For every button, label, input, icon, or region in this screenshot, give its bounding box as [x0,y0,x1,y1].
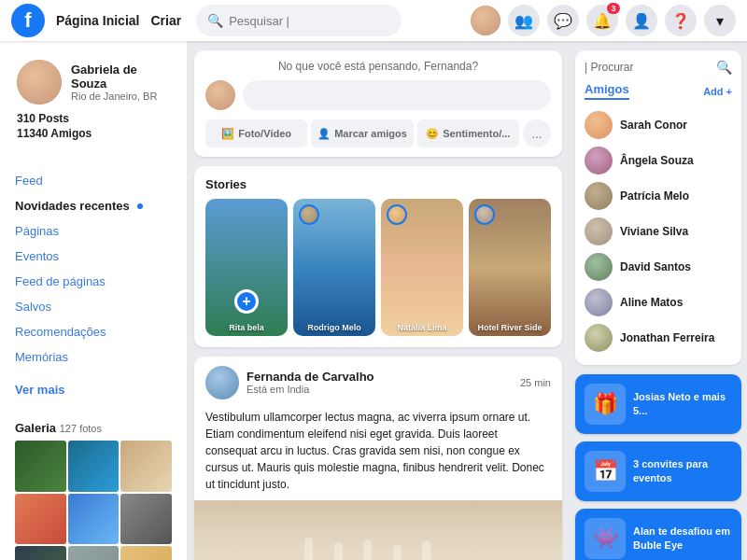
story-card-1[interactable]: Rodrigo Melo [293,199,375,336]
sidebar-item-feed-paginas[interactable]: Feed de páginas [7,269,179,294]
post-header: Fernanda de Carvalho Está em India 25 mi… [194,357,562,409]
menu-arrow-btn[interactable]: ▾ [704,5,736,36]
stories-section: Stories + Rita bela Rodrigo Melo Natália… [194,166,562,347]
friend-name: Sarah Conor [620,119,687,132]
story-label: Rodrigo Melo [293,323,375,332]
gallery-count: 127 fotos [60,423,102,434]
gallery-item[interactable] [120,441,172,492]
messenger-icon: 💬 [554,12,572,30]
notification-badge: 3 [607,3,620,14]
gallery-section: Galeria 127 fotos [7,412,179,560]
gallery-item[interactable] [68,546,120,560]
nav-left: f Página Inicial Criar [11,4,181,37]
stories-title: Stories [205,177,551,191]
friend-item[interactable]: David Santos [585,249,732,285]
story-label: Hotel River Side [469,323,551,332]
profile-name: Gabriela de Souza [71,63,170,91]
friend-item[interactable]: Sarah Conor [585,107,732,143]
nav-create-link[interactable]: Criar [150,13,181,28]
friend-item[interactable]: Ângela Souza [585,143,732,178]
post-composer: No que você está pensando, Fernanda? 🖼️ … [194,50,562,157]
gallery-item[interactable] [120,546,172,560]
sidebar-item-memorias[interactable]: Memórias [7,344,179,370]
add-story-btn[interactable]: + [234,289,259,314]
gallery-grid [15,441,172,560]
post-count: 310 Posts [17,112,170,125]
help-icon: ❓ [671,12,690,30]
friends-icon-btn[interactable]: 👥 [508,5,540,36]
search-input[interactable] [229,14,390,28]
promo-text-game: Alan te desafiou em Buble Eye [633,525,732,553]
messenger-icon-btn[interactable]: 💬 [547,5,579,36]
story-card-3[interactable]: Hotel River Side [469,199,551,336]
post-author-name: Fernanda de Carvalho [247,370,374,384]
left-sidebar: Gabriela de Souza Rio de Janeiro, BR 310… [0,41,187,560]
promo-text-events: 3 convites para eventos [633,457,732,486]
gallery-item[interactable] [68,494,120,545]
right-sidebar: | Procurar 🔍 Amigos Add + Sarah Conor Ân… [570,41,747,560]
sidebar-item-eventos[interactable]: Eventos [7,244,179,269]
friend-name: Jonathan Ferreira [620,331,714,344]
post-body: Vestibulum ullamcorper lectus magna, ac … [194,409,562,500]
feeling-icon: 😊 [426,128,439,140]
center-feed: No que você está pensando, Fernanda? 🖼️ … [187,41,570,560]
help-icon-btn[interactable]: ❓ [665,5,697,36]
procurar-label: | Procurar [585,61,633,74]
user-avatar-nav[interactable] [471,6,500,35]
promo-card-events[interactable]: 📅 3 convites para eventos [575,441,741,501]
friends-icon: 👥 [514,12,533,30]
see-more-button[interactable]: Ver mais [7,375,179,404]
promo-card-josias[interactable]: 🎁 Josias Neto e mais 5... [575,374,741,434]
story-card-add[interactable]: + Rita bela [205,199,288,336]
facebook-logo[interactable]: f [11,4,45,37]
notifications-icon-btn[interactable]: 🔔 3 [586,5,618,36]
gallery-item[interactable] [68,441,120,492]
post-action-buttons: 🖼️ Foto/Vídeo 👤 Marcar amigos 😊 Sentimen… [205,119,551,147]
sidebar-item-recomendacoes[interactable]: Recomendações [7,319,179,344]
post-input-row [205,80,551,110]
friend-item[interactable]: Aline Matos [585,285,732,320]
tag-friends-btn[interactable]: 👤 Marcar amigos [311,119,413,147]
profile-info: Gabriela de Souza Rio de Janeiro, BR [71,63,170,102]
promo-card-game[interactable]: 👾 Alan te desafiou em Buble Eye [575,509,741,560]
gallery-item[interactable] [15,494,66,545]
active-dot [137,203,143,209]
sidebar-item-novidades[interactable]: Novidades recentes [7,193,179,218]
profile-avatar[interactable] [17,60,62,105]
gallery-item[interactable] [15,546,66,560]
friend-name: Ângela Souza [620,154,694,167]
sidebar-item-paginas[interactable]: Páginas [7,218,179,244]
promo-icon-game: 👾 [585,518,626,559]
gallery-item[interactable] [15,441,66,492]
search-bar[interactable]: 🔍 [196,5,402,36]
stories-row: + Rita bela Rodrigo Melo Natália Lima Ho [205,199,551,336]
gallery-item[interactable] [120,494,172,545]
friends-box: | Procurar 🔍 Amigos Add + Sarah Conor Ân… [575,50,741,365]
search-friends-icon[interactable]: 🔍 [716,60,732,75]
story-card-2[interactable]: Natália Lima [381,199,463,336]
profile-stats: 310 Posts 11340 Amigos [17,112,170,140]
post-input[interactable] [243,80,551,110]
friends-tab-row: Amigos Add + [585,82,732,100]
sidebar-item-salvos[interactable]: Salvos [7,294,179,319]
page-content: Gabriela de Souza Rio de Janeiro, BR 310… [0,41,747,560]
friends-count: 11340 Amigos [17,127,170,140]
nav-home-link[interactable]: Página Inicial [56,13,139,28]
add-friend-btn[interactable]: Add + [703,86,732,97]
friends-tab[interactable]: Amigos [585,82,629,100]
story-label: Natália Lima [381,323,463,332]
photo-video-btn[interactable]: 🖼️ Foto/Vídeo [205,119,307,147]
friend-item[interactable]: Viviane Silva [585,214,732,249]
feeling-btn[interactable]: 😊 Sentimento/... [417,119,519,147]
more-options-btn[interactable]: ... [523,119,551,147]
profile-location: Rio de Janeiro, BR [71,91,170,102]
sidebar-item-feed[interactable]: Feed [7,168,179,193]
post-prompt-text: No que você está pensando, Fernanda? [205,60,551,73]
friend-item[interactable]: Patrícia Melo [585,178,732,214]
friend-item[interactable]: Jonathan Ferreira [585,320,732,356]
top-navigation: f Página Inicial Criar 🔍 👥 💬 🔔 3 👤 ❓ ▾ [0,0,747,41]
post-time: 25 min [520,377,551,388]
friend-name: David Santos [620,260,691,273]
account-icon-btn[interactable]: 👤 [626,5,657,36]
profile-header: Gabriela de Souza Rio de Janeiro, BR [17,60,170,105]
